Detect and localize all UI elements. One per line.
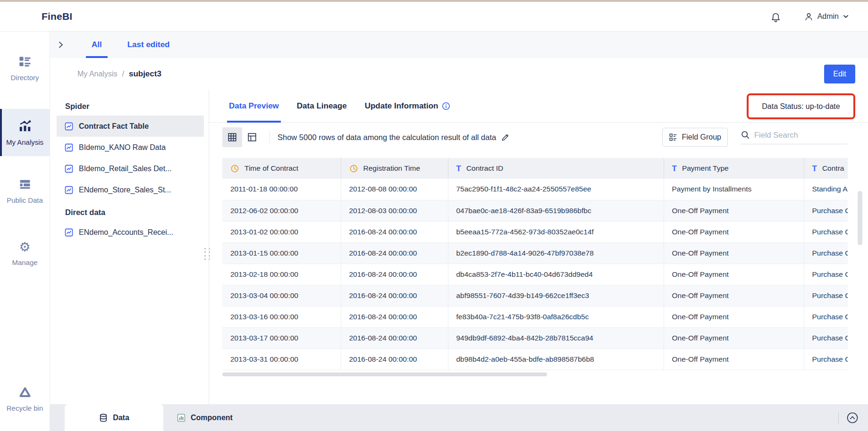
user-name: Admin xyxy=(817,12,839,21)
table-row[interactable]: 2013-03-31 00:00:002016-08-24 00:00:00db… xyxy=(222,348,848,370)
text-type-icon: T xyxy=(456,165,461,173)
table-row[interactable]: 2012-06-02 00:00:002012-08-03 00:00:0004… xyxy=(222,200,848,221)
table-cell: Purchase C xyxy=(804,327,848,348)
sidebar-item-label: Public Data xyxy=(7,196,43,204)
table-cell: Purchase C xyxy=(804,264,848,285)
table-row[interactable]: 2013-03-17 00:00:002016-08-24 00:00:0094… xyxy=(222,327,848,348)
table-header-row: Time of Contract xyxy=(222,158,848,179)
section-header-spider: Spider xyxy=(65,102,209,111)
gear-icon: ⚙ xyxy=(19,240,30,253)
table-cell: 2013-03-31 00:00:00 xyxy=(222,348,341,370)
search-icon xyxy=(741,130,750,140)
edit-button[interactable]: Edit xyxy=(824,65,855,83)
chevron-right-icon[interactable] xyxy=(57,41,65,49)
chevron-down-icon xyxy=(843,13,849,20)
layout-icon xyxy=(247,132,257,142)
sidebar-item-manage[interactable]: ⚙ Manage xyxy=(0,230,50,277)
field-group-button[interactable]: Field Group xyxy=(662,128,728,147)
table-body: 2011-01-18 00:00:002012-08-08 00:00:0075… xyxy=(222,179,848,370)
sidebar-spacer xyxy=(0,277,50,375)
vertical-scrollbar-thumb[interactable] xyxy=(858,191,862,245)
dock-tab-component[interactable]: Component xyxy=(177,404,233,431)
text-type-icon: T xyxy=(672,165,677,173)
column-header-time-of-contract[interactable]: Time of Contract xyxy=(222,158,341,179)
table-cell: Purchase C xyxy=(804,200,848,221)
sidebar-item-my-analysis[interactable]: My Analysis xyxy=(0,109,50,156)
table-row[interactable]: 2011-01-18 00:00:002012-08-08 00:00:0075… xyxy=(222,179,848,200)
table-cell: One-Off Payment xyxy=(664,242,804,264)
table-cell: One-Off Payment xyxy=(664,200,804,221)
table-row[interactable]: 2013-02-18 00:00:002016-08-24 00:00:00db… xyxy=(222,264,848,285)
collapse-dock-icon[interactable] xyxy=(845,411,860,425)
table-cell: 2016-08-24 00:00:00 xyxy=(341,285,448,306)
table-cell: 75ac2950-f1f1-48c2-aa24-2550557e85ee xyxy=(448,179,664,200)
tab-data-lineage[interactable]: Data Lineage xyxy=(295,90,349,122)
toolbar-divider xyxy=(270,131,270,143)
table-doc-icon xyxy=(64,185,74,195)
list-item-store-sales[interactable]: ENdemo_Store_Sales_St... xyxy=(57,179,204,200)
date-type-icon xyxy=(349,164,358,173)
table-list-panel: Spider Contract Fact Table BIdemo_KANO R… xyxy=(50,90,209,431)
data-table: Time of Contract xyxy=(222,158,848,370)
table-row[interactable]: 2013-01-15 00:00:002016-08-24 00:00:00b2… xyxy=(222,242,848,264)
list-item-accounts-receivable[interactable]: ENdemo_Accounts_Recei... xyxy=(57,222,204,243)
layout-view-button[interactable] xyxy=(242,127,262,147)
list-item-retail-sales[interactable]: BIdemo_Retail_Sales Det... xyxy=(57,158,204,179)
table-cell: One-Off Payment xyxy=(664,306,804,327)
table-cell: 2013-01-02 00:00:00 xyxy=(222,221,341,242)
table-cell: b5eeaa15-772a-4562-973d-80352ae0c14f xyxy=(448,221,664,242)
column-header-registration-time[interactable]: Registration Time xyxy=(341,158,448,179)
table-cell: 2016-08-24 00:00:00 xyxy=(341,221,448,242)
dock-tab-data[interactable]: Data xyxy=(65,404,163,431)
list-item-contract-fact-table[interactable]: Contract Fact Table xyxy=(57,116,204,137)
table-row[interactable]: 2013-03-16 00:00:002016-08-24 00:00:00fe… xyxy=(222,306,848,327)
info-icon[interactable] xyxy=(442,102,450,110)
breadcrumb-parent[interactable]: My Analysis xyxy=(77,70,117,78)
data-status-annotation: Data Status: up-to-date xyxy=(747,93,855,119)
tab-update-information[interactable]: Update Information xyxy=(363,90,452,122)
sidebar-item-label: Manage xyxy=(12,258,37,266)
table-cell: 2011-01-18 00:00:00 xyxy=(222,179,341,200)
data-status-text: Data Status: up-to-date xyxy=(762,102,840,111)
column-header-contract-id[interactable]: T Contract ID xyxy=(448,158,664,179)
column-header-contract-clipped[interactable]: T Contra xyxy=(804,158,848,179)
data-table-viewport: Time of Contract xyxy=(222,158,848,370)
table-cell: 2013-03-04 00:00:00 xyxy=(222,285,341,306)
tab-label: Data Preview xyxy=(229,101,279,111)
sidebar-item-directory[interactable]: Directory xyxy=(0,45,50,92)
table-row[interactable]: 2013-03-04 00:00:002016-08-24 00:00:00ab… xyxy=(222,285,848,306)
list-item-label: ENdemo_Accounts_Recei... xyxy=(79,228,173,237)
table-doc-icon xyxy=(64,122,74,131)
tab-all[interactable]: All xyxy=(86,32,108,58)
horizontal-scrollbar[interactable] xyxy=(222,373,547,376)
topbar-right: Admin xyxy=(770,11,849,22)
table-doc-icon xyxy=(64,228,74,237)
table-cell: 2016-08-24 00:00:00 xyxy=(341,242,448,264)
dock-tab-label: Data xyxy=(113,414,129,422)
tab-data-preview[interactable]: Data Preview xyxy=(227,90,281,122)
grid-view-button[interactable] xyxy=(222,127,242,147)
field-search-input[interactable] xyxy=(754,131,839,140)
tab-last-edited[interactable]: Last edited xyxy=(122,32,176,58)
table-cell: Purchase C xyxy=(804,242,848,264)
user-menu[interactable]: Admin xyxy=(804,12,849,22)
finebi-app: FineBI Admin xyxy=(0,0,868,431)
table-row[interactable]: 2013-01-02 00:00:002016-08-24 00:00:00b5… xyxy=(222,221,848,242)
sidebar-item-label: Directory xyxy=(10,74,39,82)
main-split: Spider Contract Fact Table BIdemo_KANO R… xyxy=(50,90,868,431)
column-header-payment-type[interactable]: T Payment Type xyxy=(664,158,804,179)
date-type-icon xyxy=(230,164,239,173)
sidebar-item-recycle-bin[interactable]: Recycle bin xyxy=(0,375,50,423)
edit-pencil-icon[interactable] xyxy=(501,133,510,142)
list-item-kano-raw-data[interactable]: BIdemo_KANO Raw Data xyxy=(57,137,204,158)
sidebar-item-public-data[interactable]: Public Data xyxy=(0,167,50,215)
bottom-dock: Data Component xyxy=(50,404,868,431)
tab-label: Update Information xyxy=(365,101,438,111)
column-header-label: Contract ID xyxy=(466,164,503,173)
data-panel-tabs: Data Preview Data Lineage Update Informa… xyxy=(209,90,868,123)
data-panel: Data Preview Data Lineage Update Informa… xyxy=(209,90,868,431)
notification-bell-icon[interactable] xyxy=(770,11,781,22)
database-icon xyxy=(99,413,108,423)
list-item-label: BIdemo_Retail_Sales Det... xyxy=(79,165,172,173)
component-chart-icon xyxy=(177,413,186,423)
